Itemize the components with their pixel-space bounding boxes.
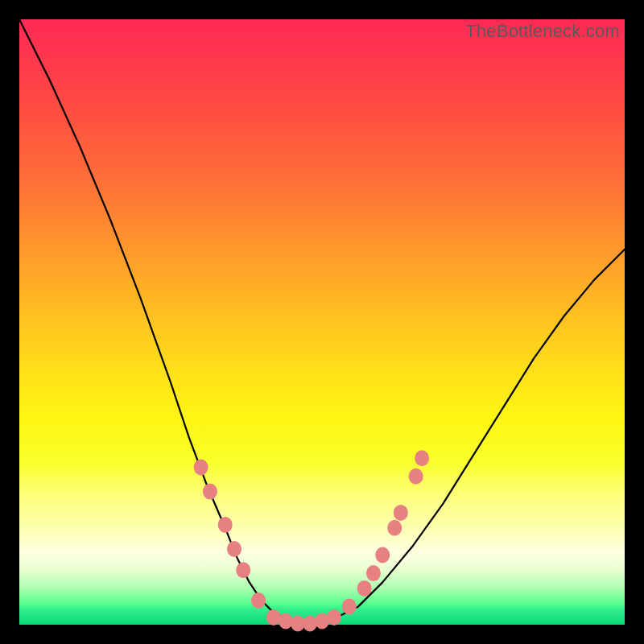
floor-dot-6 xyxy=(327,609,341,625)
right-dot-4 xyxy=(375,547,390,564)
left-dot-4 xyxy=(227,541,242,557)
chart-frame: TheBottleneck.com xyxy=(0,0,644,644)
floor-dot-1 xyxy=(266,609,281,625)
floor-dot-2 xyxy=(279,613,293,630)
right-dot-8 xyxy=(415,450,429,466)
marker-dots xyxy=(194,450,429,631)
left-dot-6 xyxy=(251,592,266,609)
left-dot-3 xyxy=(218,517,233,533)
watermark-text: TheBottleneck.com xyxy=(465,21,620,42)
right-dot-5 xyxy=(387,520,402,536)
plot-area: TheBottleneck.com xyxy=(19,19,625,625)
left-dot-2 xyxy=(203,484,217,500)
left-dot-5 xyxy=(236,562,250,578)
right-dot-7 xyxy=(409,469,423,485)
curve-svg xyxy=(19,19,625,625)
right-dot-2 xyxy=(357,580,372,597)
right-dot-6 xyxy=(394,505,408,521)
floor-dot-4 xyxy=(303,616,317,632)
right-dot-3 xyxy=(366,565,381,581)
left-dot-1 xyxy=(194,460,208,476)
v-curve xyxy=(19,19,625,625)
right-dot-1 xyxy=(342,598,357,614)
